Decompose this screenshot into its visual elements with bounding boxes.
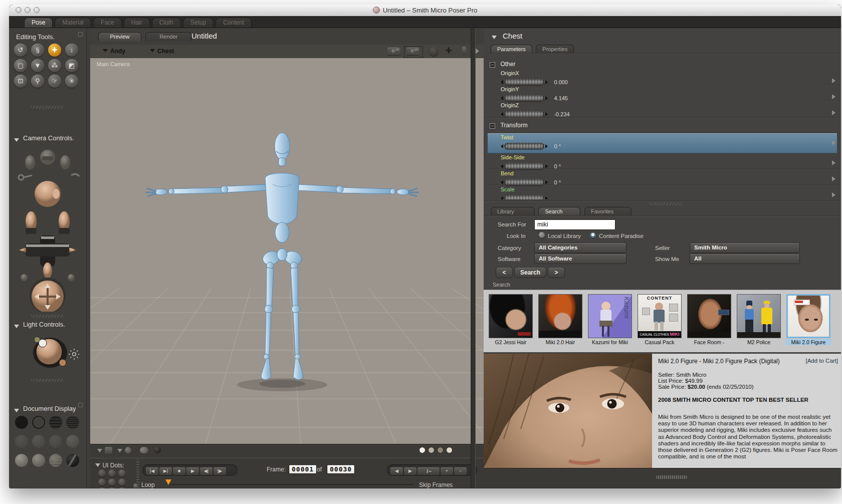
tab-hair[interactable]: Hair [124, 18, 150, 28]
grouping-tool-button[interactable]: ⊡ [14, 75, 27, 88]
param-menu-arrow[interactable] [832, 176, 835, 181]
step-forward-button[interactable]: |▶ [214, 467, 226, 475]
rotate-tool-button[interactable]: ↺ [14, 44, 27, 57]
current-frame-field[interactable]: 00001 [289, 464, 317, 474]
display-style-textured-button[interactable] [66, 454, 79, 467]
search-button[interactable]: Search [514, 267, 546, 278]
timeline-track[interactable] [169, 484, 414, 485]
display-style-menu-arrow[interactable] [117, 449, 122, 452]
tab-face[interactable]: Face [93, 18, 122, 28]
actor-select-menu[interactable]: Chest [150, 48, 174, 55]
doc-color-mid-button[interactable] [437, 447, 444, 453]
camera-1-icon[interactable] [387, 48, 400, 55]
section-resize-handle[interactable] [649, 202, 682, 205]
section-resize-handle[interactable] [31, 106, 64, 109]
param-menu-arrow[interactable] [832, 110, 835, 115]
step-back-button[interactable]: ◀| [200, 467, 213, 475]
doc-color-light-button[interactable] [428, 447, 435, 453]
display-style-outline-button[interactable] [32, 416, 45, 429]
panel-expand-arrow[interactable] [475, 48, 479, 54]
param-dial[interactable] [504, 111, 544, 117]
plus-key-button[interactable]: + [441, 467, 453, 475]
local-library-radio[interactable] [539, 232, 545, 238]
tab-favorites[interactable]: Favorites [584, 207, 632, 216]
param-dial[interactable] [504, 143, 544, 149]
group-transform[interactable]: − Transform [490, 120, 528, 129]
add-to-cart-link[interactable]: [Add to Cart] [805, 358, 838, 364]
param-menu-arrow[interactable] [832, 192, 835, 197]
param-menu-arrow[interactable] [832, 78, 835, 83]
next-results-button[interactable]: > [548, 267, 565, 278]
direct-manipulation-tool-button[interactable]: ✳ [65, 75, 78, 88]
display-style-cartoon-button[interactable] [66, 435, 79, 448]
tab-setup[interactable]: Setup [183, 18, 214, 28]
software-dropdown[interactable]: All Software [534, 254, 626, 264]
ui-dots-collapse[interactable]: UI Dots: [95, 460, 124, 469]
result-thumb-g2-jessi-hair[interactable]: G2 Jessi Hair [488, 294, 534, 345]
tab-preview[interactable]: Preview [98, 32, 141, 41]
view-magnifier-tool-button[interactable]: ⚲ [31, 75, 44, 88]
document-display-detach-handle[interactable] [78, 403, 83, 407]
first-frame-button[interactable]: |◀ [146, 467, 158, 475]
document-display-collapse[interactable] [14, 406, 19, 415]
param-menu-arrow[interactable] [832, 140, 835, 145]
display-style-smoothshaded-button[interactable] [15, 454, 28, 467]
next-key-button[interactable]: ▶ [404, 467, 416, 475]
tab-render[interactable]: Render [145, 32, 191, 41]
loop-indicator[interactable] [133, 483, 138, 488]
chain-break-tool-button[interactable]: ⁂ [48, 59, 61, 72]
display-style-flatshaded-button[interactable] [32, 435, 45, 448]
result-thumb-m2-police[interactable]: M2 Police [736, 294, 782, 345]
tab-cloth[interactable]: Cloth [152, 18, 181, 28]
color-tool-button[interactable]: ◩ [65, 59, 78, 72]
tab-content[interactable]: Content [216, 18, 252, 28]
lightbulb-icon[interactable] [462, 47, 466, 55]
result-thumb-face-room[interactable]: Face Room - [686, 294, 732, 345]
result-thumb-miki2-figure[interactable]: Miki 2.0 Figure [785, 294, 831, 345]
light-controls-collapse[interactable] [14, 322, 19, 331]
morphing-tool-button[interactable]: ☞ [48, 75, 61, 88]
display-style-hiddenline-button[interactable] [66, 416, 79, 429]
display-style-flatlined-button[interactable] [49, 435, 62, 448]
seller-dropdown[interactable]: Smith Micro [690, 242, 800, 253]
search-input[interactable]: miki [534, 219, 615, 230]
group-other[interactable]: − Other [490, 59, 515, 68]
play-button[interactable]: ▶ [186, 467, 199, 475]
twist-tool-button[interactable]: § [31, 44, 44, 57]
tab-properties[interactable]: Properties [536, 45, 574, 54]
display-style-smoothlined-button[interactable] [32, 454, 45, 467]
prev-key-button[interactable]: ◀ [390, 467, 403, 475]
shadow-ball-icon[interactable] [154, 446, 161, 453]
minus-key-button[interactable]: − [454, 467, 467, 475]
total-frames-field[interactable]: 00030 [327, 464, 355, 474]
tab-parameters[interactable]: Parameters [491, 45, 532, 54]
tab-material[interactable]: Material [55, 18, 91, 28]
camera-2-icon[interactable] [406, 48, 419, 55]
viewport-3d[interactable]: Main Camera [90, 58, 484, 444]
light-controls-cluster[interactable] [24, 332, 79, 372]
depth-cue-menu-arrow[interactable] [97, 449, 102, 452]
display-style-wireframe-button[interactable] [49, 416, 62, 429]
prev-results-button[interactable]: < [496, 267, 513, 278]
tracking-mode-button[interactable] [105, 447, 112, 454]
tab-library[interactable]: Library [491, 207, 535, 216]
result-thumb-miki2-hair[interactable]: Miki 2.0 Hair [537, 294, 583, 345]
actor-params-collapse[interactable] [492, 33, 497, 42]
display-style-silhouette-button[interactable] [15, 416, 28, 429]
content-paradise-radio[interactable] [590, 232, 596, 238]
move-cross-icon[interactable]: ✚ [445, 46, 452, 56]
show-me-dropdown[interactable]: All [690, 254, 800, 264]
section-resize-handle[interactable] [31, 315, 64, 318]
result-thumb-casual-pack[interactable]: CONTENT CASUAL CLOTHES MIKI Casual Pack [637, 294, 683, 345]
multi-ball-icon[interactable] [140, 447, 148, 453]
doc-color-cream-button[interactable] [446, 447, 453, 453]
figure-select-menu[interactable]: Andy [103, 48, 125, 55]
section-resize-handle[interactable] [31, 379, 64, 382]
main-splitter[interactable] [471, 28, 476, 488]
editing-tools-detach-handle[interactable] [78, 32, 83, 37]
result-thumb-kazumi[interactable]: Kazumi Kazumi for Miki [587, 294, 633, 345]
display-style-litwire-button[interactable] [15, 435, 28, 448]
tracking-ball-icon[interactable] [125, 447, 131, 453]
trackball-mini-icon[interactable] [429, 47, 439, 56]
param-dial[interactable] [504, 195, 544, 199]
